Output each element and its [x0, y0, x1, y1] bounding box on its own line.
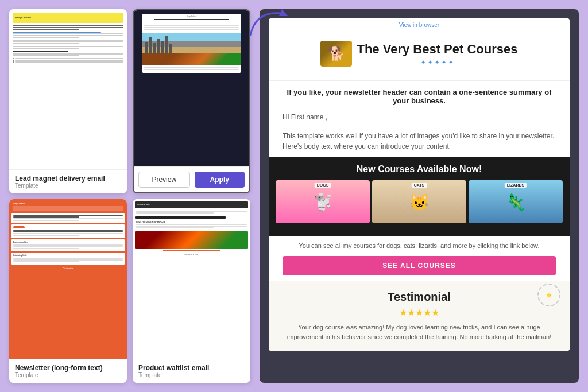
- email-subtitle: If you like, your newsletter header can …: [269, 81, 570, 110]
- email-preview-panel: View in browser The Very Best Pet Course…: [260, 9, 579, 383]
- view-in-browser-link[interactable]: View in browser: [269, 18, 570, 32]
- template-type-lead: Template: [15, 183, 121, 189]
- course-img-cats: CATS: [372, 180, 466, 223]
- template-card-newsletter[interactable]: Design School Business upd: [9, 199, 127, 383]
- active-action-bar: Preview Apply: [134, 166, 249, 192]
- testimonial-section: ⭐ Testimonial ★★★★★ Your dog course was …: [269, 281, 570, 351]
- template-card-active: Shop School: [133, 9, 250, 193]
- template-preview-product: DESIGN SCHOOL IDEAS FOR USING THIS TEMPL…: [133, 199, 250, 359]
- template-grid: Design School: [9, 9, 250, 383]
- template-footer-product: Product waitlist email Template: [133, 359, 250, 383]
- template-name-lead: Lead magnet delivery email: [15, 174, 121, 183]
- email-preview-scroll[interactable]: View in browser The Very Best Pet Course…: [260, 9, 579, 383]
- testimonial-title: Testimonial: [283, 290, 556, 304]
- course-images-row: DOGS CATS LIZARDS: [276, 180, 563, 223]
- see-all-section: You can see all my courses for dogs, cat…: [269, 236, 570, 281]
- template-preview-newsletter: Design School Business upd: [9, 199, 127, 359]
- email-greeting: Hi First name ,: [269, 110, 570, 125]
- courses-title: New Courses Available Now!: [276, 164, 563, 174]
- deco-stars: ✦ ✦ ✦ ✦ ✦: [357, 59, 517, 65]
- template-name-product: Product waitlist email: [138, 364, 245, 372]
- pet-logo-area: The Very Best Pet Courses ✦ ✦ ✦ ✦ ✦: [278, 41, 560, 67]
- main-layout: Design School: [9, 9, 579, 383]
- template-footer-lead: Lead magnet delivery email Template: [9, 169, 127, 193]
- email-card: View in browser The Very Best Pet Course…: [269, 18, 570, 351]
- see-all-button[interactable]: SEE ALL COURSES: [283, 256, 556, 275]
- template-card-product[interactable]: DESIGN SCHOOL IDEAS FOR USING THIS TEMPL…: [133, 199, 250, 383]
- see-all-text: You can see all my courses for dogs, cat…: [283, 242, 556, 250]
- template-name-newsletter: Newsletter (long-form text): [15, 364, 121, 372]
- course-label-cats: CATS: [412, 183, 427, 188]
- course-img-lizards: LIZARDS: [469, 180, 563, 223]
- template-type-product: Template: [138, 372, 245, 378]
- email-main-title: The Very Best Pet Courses ✦ ✦ ✦ ✦ ✦: [357, 42, 517, 65]
- course-label-lizards: LIZARDS: [505, 183, 527, 188]
- testimonial-stars: ★★★★★: [283, 307, 556, 318]
- active-email-mini: Shop School: [142, 14, 241, 73]
- email-dark-section: New Courses Available Now! DOGS CATS LIZ…: [269, 157, 570, 236]
- active-preview-area: Shop School: [134, 10, 249, 166]
- course-label-dogs: DOGS: [315, 183, 331, 188]
- email-body-text: This template works well if you have a l…: [269, 125, 570, 157]
- course-img-dogs: DOGS: [276, 180, 370, 223]
- testimonial-badge: ⭐: [537, 284, 560, 306]
- template-preview-lead: Design School: [9, 9, 127, 169]
- preview-button[interactable]: Preview: [138, 172, 190, 188]
- testimonial-text: Your dog course was amazing! My dog love…: [283, 323, 556, 341]
- email-header: The Very Best Pet Courses ✦ ✦ ✦ ✦ ✦: [269, 32, 570, 81]
- pet-dog-photo: [320, 41, 352, 67]
- template-card-lead[interactable]: Design School: [9, 9, 127, 193]
- template-type-newsletter: Template: [15, 372, 121, 378]
- template-footer-newsletter: Newsletter (long-form text) Template: [9, 359, 127, 383]
- apply-button[interactable]: Apply: [195, 172, 245, 188]
